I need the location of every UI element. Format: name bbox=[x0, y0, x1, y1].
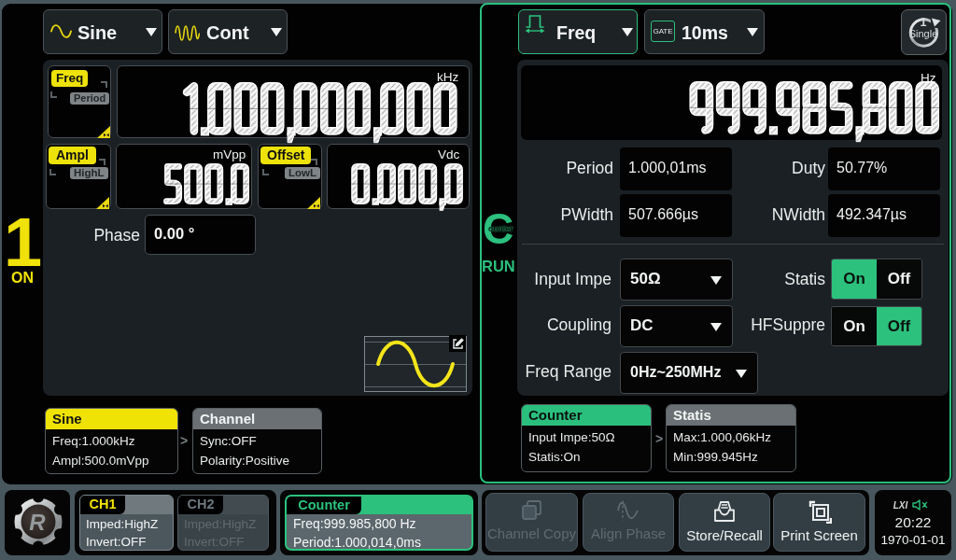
svg-text:R: R bbox=[29, 510, 46, 535]
